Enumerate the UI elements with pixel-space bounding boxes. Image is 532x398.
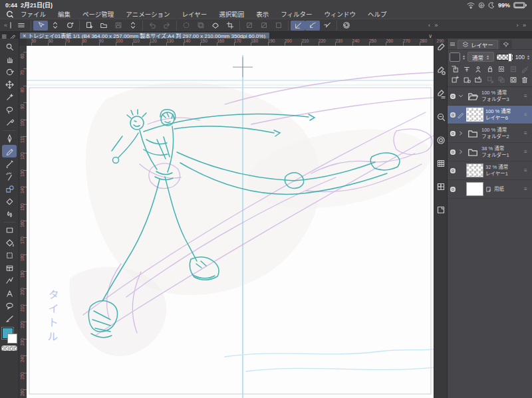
rotate-canvas-tool[interactable]: [2, 66, 17, 78]
blend-mode-select[interactable]: 通常 ▲▼: [467, 52, 494, 62]
frame-border-tool[interactable]: [2, 262, 17, 274]
gradient-tool[interactable]: [2, 224, 17, 237]
ruler-tool[interactable]: [2, 312, 17, 325]
menu-item-6[interactable]: 表示: [250, 9, 275, 19]
collapse-folder-icon[interactable]: [458, 92, 464, 100]
new-canvas-button[interactable]: [82, 21, 96, 31]
layer-color-stepper[interactable]: ▲▼: [462, 54, 466, 60]
layer-visibility-eye-icon[interactable]: [450, 149, 456, 155]
text-tool[interactable]: [2, 287, 17, 300]
ruler-range-button[interactable]: [463, 65, 471, 73]
fill-tool[interactable]: [2, 237, 17, 249]
save-cycle-button[interactable]: [126, 21, 140, 31]
selection-source-button[interactable]: [474, 65, 482, 73]
menu-item-1[interactable]: 編集: [52, 9, 76, 19]
layer-row-フォルダー2[interactable]: 100 % 通常フォルダー2≡: [448, 124, 532, 143]
lock-layer-button[interactable]: [486, 65, 494, 73]
layer-visibility-eye-icon[interactable]: [450, 168, 456, 173]
hand-tool[interactable]: [2, 53, 17, 66]
tab-layer-property[interactable]: [500, 40, 512, 49]
opacity-slider-handle[interactable]: [508, 53, 512, 62]
layer-visibility-eye-icon[interactable]: [450, 187, 456, 192]
expand-folder-icon[interactable]: [458, 130, 464, 137]
lock-transparent-pixels-button[interactable]: [497, 65, 505, 73]
open-file-button[interactable]: [96, 21, 111, 31]
color-wheel-palette-icon[interactable]: [436, 136, 446, 145]
layer-drag-handle-icon[interactable]: ≡: [524, 186, 531, 192]
tab-layers[interactable]: レイヤー: [458, 40, 498, 49]
layer-row-フォルダー3[interactable]: 100 % 通常フォルダー3≡: [448, 87, 532, 106]
layer-row-用紙[interactable]: 用紙≡: [448, 180, 532, 199]
menu-item-2[interactable]: ページ管理: [76, 9, 120, 19]
layer-visibility-eye-icon[interactable]: [450, 112, 456, 118]
layer-row-レイヤー6[interactable]: 100 % 通常レイヤー6≡: [448, 106, 532, 124]
collapse-toolbar-icon[interactable]: «: [2, 22, 9, 29]
new-layer-folder-button[interactable]: [474, 76, 482, 84]
eraser-tool[interactable]: [2, 195, 17, 208]
reset-rotation-button[interactable]: [339, 21, 354, 31]
repeat-command-button[interactable]: [63, 21, 77, 31]
new-raster-layer-button[interactable]: [451, 76, 459, 84]
layer-drag-handle-icon[interactable]: ≡: [524, 167, 531, 173]
menu-item-5[interactable]: 選択範囲: [213, 9, 250, 19]
layer-drag-handle-icon[interactable]: ≡: [524, 112, 531, 118]
selection-tool[interactable]: [2, 104, 17, 116]
menu-item-4[interactable]: レイヤー: [176, 9, 213, 19]
object-operation-button[interactable]: [33, 21, 48, 31]
opacity-slider[interactable]: [496, 54, 513, 60]
layer-thumbnail[interactable]: [466, 163, 483, 177]
layer-visibility-eye-icon[interactable]: [450, 131, 456, 136]
toolbar-grip[interactable]: [10, 22, 11, 29]
menu-item-7[interactable]: フィルター: [275, 9, 318, 19]
tool-property-palette-icon[interactable]: [436, 89, 446, 98]
menu-item-8[interactable]: ウィンドウ: [319, 9, 362, 19]
pen-tool[interactable]: [2, 132, 17, 145]
create-layer-mask-button[interactable]: [509, 76, 517, 84]
layer-color-box[interactable]: [450, 52, 460, 62]
operation-tool[interactable]: [2, 91, 17, 104]
background-color-swatch[interactable]: [7, 334, 17, 344]
snap-to-ruler-button[interactable]: [291, 21, 305, 31]
decoration-tool[interactable]: [2, 183, 17, 195]
pencil-tool[interactable]: [2, 145, 17, 157]
brush-size-palette-icon[interactable]: [436, 112, 446, 122]
blend-tool[interactable]: [2, 208, 17, 221]
panel-scroll-right[interactable]: › »: [513, 22, 530, 29]
opacity-stepper[interactable]: ▲▼: [527, 54, 530, 60]
layer-drag-handle-icon[interactable]: ≡: [524, 149, 531, 155]
brush-tool[interactable]: [2, 157, 17, 170]
layer-drag-handle-icon[interactable]: ≡: [524, 93, 531, 99]
eyedropper-tool[interactable]: [2, 116, 17, 129]
color-set-palette-icon[interactable]: [436, 159, 446, 168]
clear-selection-button[interactable]: [208, 21, 223, 31]
new-vector-layer-button[interactable]: [463, 76, 471, 84]
dock-scroll-left[interactable]: ‹ »: [426, 22, 442, 29]
paper-thumbnail[interactable]: [466, 182, 483, 196]
layer-visibility-eye-icon[interactable]: [450, 94, 456, 99]
layer-row-レイヤー1[interactable]: 32 % 通常レイヤー1≡: [448, 161, 532, 180]
layer-row-フォルダー1[interactable]: 38 % 通常フォルダー1≡: [448, 143, 532, 161]
airbrush-tool[interactable]: [2, 170, 17, 183]
menu-item-9[interactable]: ヘルプ: [362, 9, 393, 19]
clip-to-layer-below-button[interactable]: [451, 65, 459, 73]
snap-to-grid-button[interactable]: [320, 21, 334, 31]
delete-layer-button[interactable]: [521, 76, 529, 84]
layer-drag-handle-icon[interactable]: ≡: [524, 130, 531, 136]
tone-tool[interactable]: [2, 249, 17, 262]
zoom-tool[interactable]: [2, 41, 17, 53]
tool-palette-icon[interactable]: [436, 43, 446, 52]
drawing-canvas[interactable]: タイトル: [27, 46, 434, 398]
clip-studio-logo-icon[interactable]: [4, 10, 15, 19]
command-bar-menu-button[interactable]: [14, 21, 29, 31]
move-layer-tool[interactable]: [2, 78, 17, 91]
layer-thumbnail[interactable]: [466, 108, 483, 122]
material-palette-icon[interactable]: [436, 205, 446, 215]
menu-item-0[interactable]: ファイル: [15, 9, 52, 19]
subtool-palette-icon[interactable]: [436, 66, 446, 75]
figure-tool[interactable]: [2, 274, 17, 287]
menu-item-3[interactable]: アニメーション: [120, 9, 176, 19]
color-mixing-palette-icon[interactable]: [436, 182, 446, 191]
balloon-tool[interactable]: [2, 300, 17, 312]
expand-folder-icon[interactable]: [458, 148, 464, 155]
selection-border-button[interactable]: [223, 21, 237, 31]
